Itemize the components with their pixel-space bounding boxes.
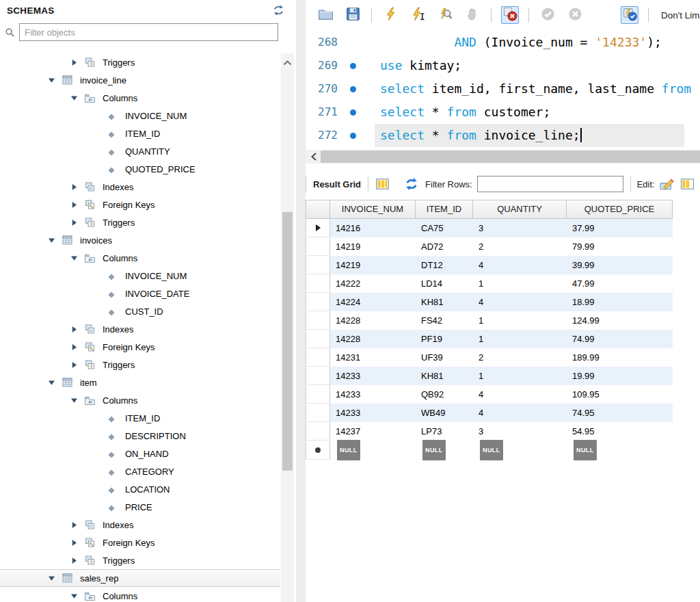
grid-cell[interactable]: UF39 xyxy=(416,348,473,367)
tree-item-sales-rep[interactable]: sales_rep xyxy=(0,569,280,587)
grid-row[interactable]: 14216CA75337.99 xyxy=(306,219,672,237)
tree-item-triggers[interactable]: Triggers xyxy=(0,356,280,374)
grid-cell[interactable]: 109.95 xyxy=(567,385,673,404)
tree-item-foreign-keys[interactable]: Foreign Keys xyxy=(0,338,280,356)
column-header-quoted_price[interactable]: QUOTED_PRICE xyxy=(567,200,673,219)
grid-row[interactable]: 14228FS421124.99 xyxy=(306,311,672,330)
tree-item-invoice-date[interactable]: INVOICE_DATE xyxy=(0,285,280,302)
grid-cell[interactable]: 4 xyxy=(473,293,567,311)
grid-cell[interactable]: 14231 xyxy=(330,348,416,367)
tree-item-description[interactable]: DESCRIPTION xyxy=(0,427,280,445)
grid-cell[interactable]: WB49 xyxy=(416,404,473,422)
grid-cell[interactable]: 2 xyxy=(473,237,567,256)
grid-cell[interactable]: 74.99 xyxy=(567,330,673,348)
grid-row[interactable]: 14233QB924109.95 xyxy=(306,385,672,404)
grid-cell[interactable]: NULL xyxy=(330,440,416,460)
code-line-269[interactable]: 269use kimtay; xyxy=(306,54,700,77)
grid-cell[interactable]: 3 xyxy=(473,422,567,441)
open-script-button[interactable] xyxy=(317,6,334,24)
grid-cell[interactable]: 2 xyxy=(473,348,567,367)
grid-cell[interactable]: 18.99 xyxy=(567,293,673,311)
edit-pencil-icon[interactable] xyxy=(660,177,675,191)
grid-row[interactable]: 14219AD72279.99 xyxy=(306,237,672,256)
grid-cell[interactable]: 14222 xyxy=(330,274,416,293)
scroll-left-icon[interactable] xyxy=(307,150,320,163)
tree-item-invoice-num[interactable]: INVOICE_NUM xyxy=(0,267,280,285)
row-selector[interactable] xyxy=(306,404,330,422)
refresh-schemas-icon[interactable] xyxy=(272,5,286,16)
tree-item-item-id[interactable]: ITEM_ID xyxy=(0,125,280,142)
tree-item-location[interactable]: LOCATION xyxy=(0,480,280,498)
tree-item-indexes[interactable]: Indexes xyxy=(0,320,280,338)
tree-item-quantity[interactable]: QUANTITY xyxy=(0,142,280,160)
chevron-down-icon[interactable] xyxy=(70,397,78,404)
stop-execution-button[interactable] xyxy=(463,6,481,24)
tree-item-price[interactable]: PRICE xyxy=(0,498,280,516)
grid-row[interactable]: 14228PF19174.99 xyxy=(306,330,672,348)
grid-row[interactable]: 14237LP73354.95 xyxy=(306,422,672,441)
tree-item-foreign-keys[interactable]: Foreign Keys xyxy=(0,196,280,213)
editor-scrollbar-thumb[interactable] xyxy=(321,150,700,163)
row-selector[interactable] xyxy=(306,330,330,348)
tree-item-triggers[interactable]: Triggers xyxy=(0,213,280,231)
tree-item-indexes[interactable]: Indexes xyxy=(0,516,280,534)
grid-cell[interactable]: 19.99 xyxy=(567,367,673,385)
grid-row[interactable]: 14222LD14147.99 xyxy=(306,274,672,293)
grid-row[interactable]: 14233WB49474.95 xyxy=(306,404,672,422)
grid-cell[interactable]: 74.95 xyxy=(567,404,673,422)
tree-item-columns[interactable]: Columns xyxy=(0,391,280,409)
grid-cell[interactable]: 14224 xyxy=(330,293,416,311)
chevron-right-icon[interactable] xyxy=(70,219,78,226)
grid-cell[interactable]: 189.99 xyxy=(567,348,673,367)
chevron-right-icon[interactable] xyxy=(70,59,78,66)
tree-item-category[interactable]: CATEGORY xyxy=(0,462,280,480)
row-selector[interactable] xyxy=(306,385,330,404)
row-selector-header[interactable] xyxy=(306,200,330,219)
grid-cell[interactable]: NULL xyxy=(416,440,473,460)
row-selector[interactable] xyxy=(306,422,330,441)
row-selector[interactable] xyxy=(306,367,330,385)
tree-item-foreign-keys[interactable]: Foreign Keys xyxy=(0,534,280,551)
chevron-right-icon[interactable] xyxy=(70,521,78,529)
code-line-271[interactable]: 271select * from customer; xyxy=(306,101,700,124)
grid-cell[interactable]: PF19 xyxy=(416,330,473,348)
grid-cell[interactable]: 3 xyxy=(473,219,567,237)
grid-cell[interactable]: 4 xyxy=(473,256,567,274)
column-header-item_id[interactable]: ITEM_ID xyxy=(416,200,473,219)
chevron-right-icon[interactable] xyxy=(70,557,78,564)
execute-button[interactable] xyxy=(381,6,399,24)
grid-columns-icon[interactable] xyxy=(375,177,390,191)
code-line-270[interactable]: 270select item_id, first_name, last_name… xyxy=(306,77,700,101)
grid-cell[interactable]: 14233 xyxy=(330,404,416,422)
tree-item-columns[interactable]: Columns xyxy=(0,587,280,602)
sidebar-scrollbar-thumb[interactable] xyxy=(282,212,293,471)
grid-cell[interactable]: KH81 xyxy=(416,367,473,385)
tree-item-invoice-num[interactable]: INVOICE_NUM xyxy=(0,107,280,125)
chevron-down-icon[interactable] xyxy=(70,94,78,102)
sql-code-editor[interactable]: 268 AND (Invoice_num = '14233');269use k… xyxy=(306,31,700,150)
grid-cell[interactable]: NULL xyxy=(567,440,673,460)
chevron-down-icon[interactable] xyxy=(48,379,55,387)
grid-cell[interactable]: NULL xyxy=(473,440,567,460)
limit-wizard-toggle[interactable] xyxy=(621,6,638,24)
tree-item-columns[interactable]: Columns xyxy=(0,89,280,107)
chevron-right-icon[interactable] xyxy=(70,539,78,547)
grid-row[interactable]: 14233KH81119.99 xyxy=(306,367,672,385)
row-selector[interactable] xyxy=(306,293,330,311)
grid-cell[interactable]: 1 xyxy=(473,274,567,293)
grid-cell[interactable]: 1 xyxy=(473,367,567,385)
column-header-quantity[interactable]: QUANTITY xyxy=(473,200,567,219)
grid-cell[interactable]: DT12 xyxy=(416,256,473,274)
chevron-down-icon[interactable] xyxy=(70,592,78,600)
row-selector[interactable] xyxy=(306,441,330,460)
grid-cell[interactable]: 4 xyxy=(473,385,567,404)
panel-splitter[interactable] xyxy=(296,0,306,602)
grid-cell[interactable]: 1 xyxy=(473,311,567,330)
grid-cell[interactable]: 14219 xyxy=(330,237,416,256)
grid-cell[interactable]: 14216 xyxy=(330,219,416,237)
chevron-right-icon[interactable] xyxy=(70,326,78,333)
grid-cell[interactable]: 14219 xyxy=(330,256,416,274)
grid-cell[interactable]: FS42 xyxy=(416,311,473,330)
chevron-down-icon[interactable] xyxy=(48,575,55,582)
grid-cell[interactable]: 14228 xyxy=(330,311,416,330)
